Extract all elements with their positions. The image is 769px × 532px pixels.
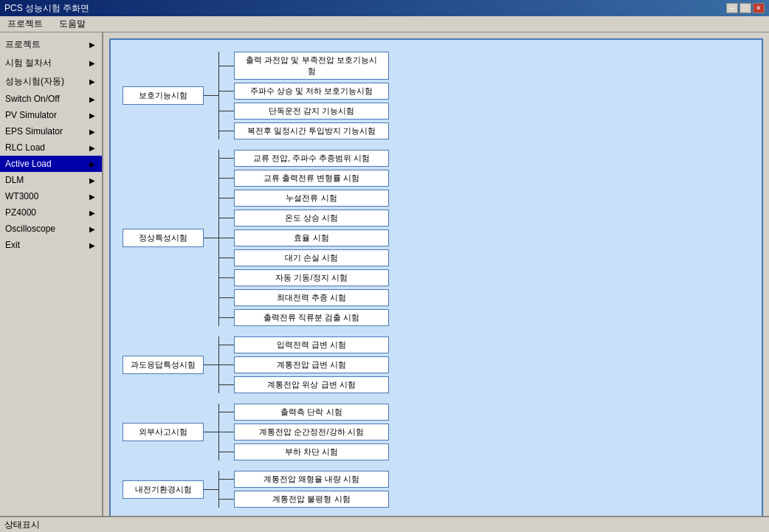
item-box-2-0[interactable]: 입력전력 급변 시험 xyxy=(234,336,389,353)
sidebar-item-11[interactable]: Oscilloscope▶ xyxy=(0,221,102,237)
h-line-transient xyxy=(204,336,218,393)
sidebar-label-6: RLC Load xyxy=(5,142,45,153)
maximize-button[interactable]: □ xyxy=(739,3,751,13)
sidebar-item-10[interactable]: PZ4000▶ xyxy=(0,204,102,221)
minimize-button[interactable]: ─ xyxy=(726,3,738,13)
item-box-2-1[interactable]: 계통전압 급변 시험 xyxy=(234,356,389,373)
sidebar-label-12: Exit xyxy=(5,240,20,250)
sidebar-arrow-2: ▶ xyxy=(89,77,95,86)
sidebar-item-0[interactable]: 프로젝트▶ xyxy=(0,35,102,54)
row-hline-1-4 xyxy=(219,238,234,238)
sidebar-item-6[interactable]: RLC Load▶ xyxy=(0,139,102,156)
section-connector-transient xyxy=(204,336,219,393)
section-transient: 과도응답특성시험 입력전력 급변 시험 계통전압 급변 시험 계통전압 위상 급… xyxy=(123,336,750,393)
tree-row-1-0: 교류 전압, 주파수 추종범위 시험 xyxy=(219,150,389,167)
row-hline-1-8 xyxy=(219,317,234,318)
sidebar-label-11: Oscilloscope xyxy=(5,224,55,234)
tree-items-external: 출력측 단락 시험 계통전압 순간정전/강하 시험 부하 차단 시험 xyxy=(219,404,389,460)
item-box-4-1[interactable]: 계통전압 불평형 시험 xyxy=(234,491,389,508)
label-wrapper-normal: 정상특성시험 xyxy=(123,150,204,326)
diagram: 보호기능시험 출력 과전압 및 부족전압 보호기능시험 주파수 상승 및 저하 … xyxy=(109,38,763,516)
sidebar-label-0: 프로젝트 xyxy=(5,38,41,51)
h-line-inner-transient xyxy=(204,365,218,365)
h-line-environment xyxy=(204,471,218,508)
tree-row-3-0: 출력측 단락 시험 xyxy=(219,404,389,421)
section-label-environment[interactable]: 내전기환경시험 xyxy=(123,480,204,499)
item-box-3-2[interactable]: 부하 차단 시험 xyxy=(234,443,389,460)
item-box-1-6[interactable]: 자동 기동/정지 시험 xyxy=(234,269,389,286)
item-box-2-2[interactable]: 계통전압 위상 급변 시험 xyxy=(234,376,389,393)
sidebar-item-8[interactable]: DLM▶ xyxy=(0,172,102,188)
h-line-normal xyxy=(204,150,218,326)
tree-row-3-2: 부하 차단 시험 xyxy=(219,443,389,460)
item-box-1-0[interactable]: 교류 전압, 주파수 추종범위 시험 xyxy=(234,150,389,167)
h-line-inner-external xyxy=(204,432,218,432)
row-hline-2-1 xyxy=(219,365,234,365)
sidebar: 프로젝트▶시험 절차서▶성능시험(자동)▶Switch On/Off▶PV Si… xyxy=(0,32,103,516)
sidebar-arrow-4: ▶ xyxy=(89,111,95,120)
sidebar-item-2[interactable]: 성능시험(자동)▶ xyxy=(0,72,102,91)
sidebar-item-7[interactable]: Active Load▶ xyxy=(0,156,102,172)
tree-row-0-3: 복전후 일정시간 투입방지 기능시험 xyxy=(219,122,389,139)
row-hline-4-0 xyxy=(219,479,234,480)
v-bar-external xyxy=(218,404,219,460)
item-box-1-3[interactable]: 온도 상승 시험 xyxy=(234,210,389,227)
row-hline-1-5 xyxy=(219,258,234,258)
menu-project[interactable]: 프로젝트 xyxy=(3,16,47,32)
sidebar-item-3[interactable]: Switch On/Off▶ xyxy=(0,91,102,107)
section-label-external[interactable]: 외부사고시험 xyxy=(123,423,204,441)
section-connector-protection xyxy=(204,52,219,139)
item-box-1-4[interactable]: 효율 시험 xyxy=(234,229,389,246)
close-button[interactable]: ✕ xyxy=(753,3,765,13)
tree-row-0-1: 주파수 상승 및 저하 보호기능시험 xyxy=(219,83,389,100)
main-layout: 프로젝트▶시험 절차서▶성능시험(자동)▶Switch On/Off▶PV Si… xyxy=(0,32,769,516)
title-bar: PCS 성능시험 주화면 ─ □ ✕ xyxy=(0,0,769,16)
section-connector-environment xyxy=(204,471,219,508)
row-hline-1-1 xyxy=(219,178,234,179)
item-box-0-0[interactable]: 출력 과전압 및 부족전압 보호기능시험 xyxy=(234,52,389,80)
section-label-normal[interactable]: 정상특성시험 xyxy=(123,229,204,247)
section-protection: 보호기능시험 출력 과전압 및 부족전압 보호기능시험 주파수 상승 및 저하 … xyxy=(123,52,750,139)
item-box-1-2[interactable]: 누설전류 시험 xyxy=(234,190,389,207)
item-box-3-0[interactable]: 출력측 단락 시험 xyxy=(234,404,389,421)
section-label-protection[interactable]: 보호기능시험 xyxy=(123,86,204,105)
item-box-3-1[interactable]: 계통전압 순간정전/강하 시험 xyxy=(234,424,389,441)
section-environment: 내전기환경시험 계통전압 왜형율 내량 시험 계통전압 불평형 시험 xyxy=(123,471,750,508)
tree-row-1-4: 효율 시험 xyxy=(219,229,389,246)
item-box-0-2[interactable]: 단독운전 감지 기능시험 xyxy=(234,103,389,120)
row-hline-1-6 xyxy=(219,277,234,278)
row-hline-1-2 xyxy=(219,198,234,198)
sidebar-item-4[interactable]: PV Simulator▶ xyxy=(0,107,102,123)
label-wrapper-environment: 내전기환경시험 xyxy=(123,471,204,508)
item-box-1-1[interactable]: 교류 출력전류 변형률 시험 xyxy=(234,170,389,187)
v-bar-normal xyxy=(218,150,219,326)
status-bar: 상태표시 xyxy=(0,516,769,532)
section-label-transient[interactable]: 과도응답특성시험 xyxy=(123,356,204,374)
tree-row-4-0: 계통전압 왜형율 내량 시험 xyxy=(219,471,389,488)
item-box-4-0[interactable]: 계통전압 왜형율 내량 시험 xyxy=(234,471,389,488)
item-box-1-8[interactable]: 출력전류 직류분 검출 시험 xyxy=(234,309,389,326)
label-wrapper-protection: 보호기능시험 xyxy=(123,52,204,139)
item-box-1-7[interactable]: 최대전력 추종 시험 xyxy=(234,289,389,306)
sidebar-item-12[interactable]: Exit▶ xyxy=(0,237,102,253)
sidebar-arrow-8: ▶ xyxy=(89,176,95,184)
row-hline-2-0 xyxy=(219,345,234,345)
item-box-0-1[interactable]: 주파수 상승 및 저하 보호기능시험 xyxy=(234,83,389,100)
row-hline-1-3 xyxy=(219,218,234,218)
tree-row-1-5: 대기 손실 시험 xyxy=(219,249,389,266)
section-external: 외부사고시험 출력측 단락 시험 계통전압 순간정전/강하 시험 부하 차단 시… xyxy=(123,404,750,460)
sidebar-arrow-9: ▶ xyxy=(89,193,95,201)
sidebar-label-8: DLM xyxy=(5,175,24,185)
sidebar-item-1[interactable]: 시험 절차서▶ xyxy=(0,54,102,72)
row-hline-0-1 xyxy=(219,91,234,91)
item-box-1-5[interactable]: 대기 손실 시험 xyxy=(234,249,389,266)
item-box-0-3[interactable]: 복전후 일정시간 투입방지 기능시험 xyxy=(234,122,389,139)
sidebar-label-5: EPS Simulator xyxy=(5,126,63,137)
sidebar-item-9[interactable]: WT3000▶ xyxy=(0,188,102,204)
row-hline-3-1 xyxy=(219,432,234,432)
tree-items-environment: 계통전압 왜형율 내량 시험 계통전압 불평형 시험 xyxy=(219,471,389,508)
sidebar-item-5[interactable]: EPS Simulator▶ xyxy=(0,123,102,139)
menu-help[interactable]: 도움말 xyxy=(55,16,90,32)
tree-row-1-2: 누설전류 시험 xyxy=(219,190,389,207)
label-wrapper-transient: 과도응답특성시험 xyxy=(123,336,204,393)
